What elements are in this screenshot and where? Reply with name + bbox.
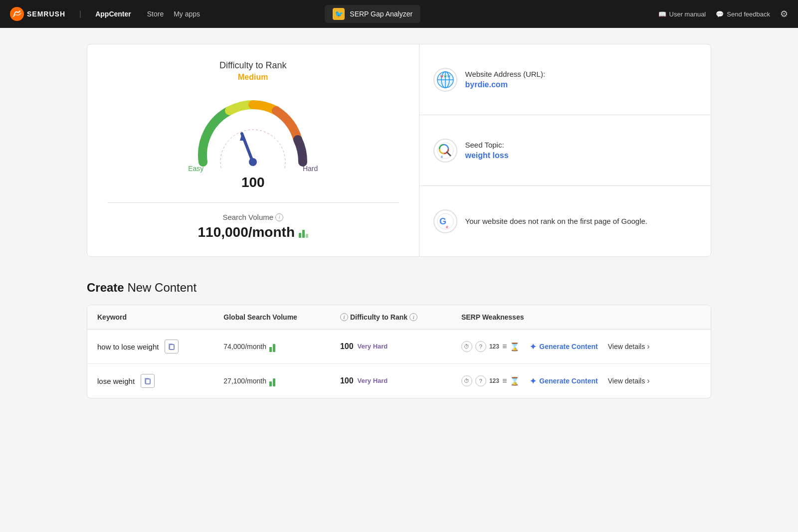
difficulty-cell-2: 100 Very Hard — [330, 364, 451, 398]
weakness-lines-2: ≡ — [502, 376, 507, 385]
svg-point-0 — [10, 7, 24, 21]
table-header: Keyword Global Search Volume i Difficult… — [87, 305, 711, 330]
volume-value-2: 27,100/month — [223, 377, 266, 385]
generate-content-btn-1[interactable]: ✦ Generate Content — [530, 342, 598, 352]
difficulty-info-icon[interactable]: i — [340, 313, 348, 321]
difficulty-score-1: 100 — [340, 342, 354, 351]
difficulty-label-2: Very Hard — [358, 377, 388, 385]
nav-links: Store My apps — [147, 10, 200, 18]
top-card-right: W W W Website Address (URL): byrdie.com — [419, 44, 711, 256]
keywords-table: Keyword Global Search Volume i Difficult… — [87, 305, 711, 398]
th-weaknesses: SERP Weaknesses — [451, 305, 711, 330]
website-url[interactable]: byrdie.com — [465, 80, 508, 89]
svg-text:#: # — [446, 225, 448, 229]
google-search-icon: # — [436, 141, 455, 160]
th-difficulty: i Difficulty to Rank i — [330, 305, 451, 330]
difficulty-label-1: Very Hard — [358, 343, 388, 351]
th-keyword: Keyword — [87, 305, 213, 330]
google-icon-circle: G # — [433, 209, 457, 233]
volume-value-1: 74,000/month — [223, 343, 266, 351]
svg-text:W: W — [440, 75, 443, 78]
nav-app-title: SERP Gap Analyzer — [350, 10, 412, 18]
table-body: how to lose weight 74,000/month — [87, 330, 711, 398]
google-note-row: G # Your website does not rank on the fi… — [419, 185, 711, 256]
weakness-hourglass-1: ⌛ — [510, 342, 520, 352]
top-card: Difficulty to Rank Medium — [87, 44, 711, 257]
semrush-brand-text: SEMRUSH — [27, 10, 65, 18]
svg-text:G: G — [439, 216, 446, 226]
weakness-hourglass-2: ⌛ — [510, 376, 520, 386]
send-feedback-label: Send feedback — [727, 10, 770, 18]
copy-icon-2 — [144, 377, 152, 385]
store-nav-link[interactable]: Store — [147, 10, 164, 18]
website-info-row: W W W Website Address (URL): byrdie.com — [419, 44, 711, 115]
difficulty-level: Medium — [107, 73, 399, 82]
seed-topic-text-block: Seed Topic: weight loss — [465, 141, 697, 160]
top-card-left: Difficulty to Rank Medium — [87, 44, 419, 256]
search-volume-section: Search Volume i 110,000/month — [107, 213, 399, 240]
copy-keyword-btn-2[interactable] — [141, 374, 155, 388]
google-note-text-block: Your website does not rank on the first … — [465, 216, 697, 226]
table-row: lose weight 27,100/month — [87, 364, 711, 398]
difficulty-score-2: 100 — [340, 376, 354, 385]
svg-text:W: W — [447, 75, 450, 78]
globe-icon-circle: W W W — [433, 68, 457, 92]
section-title: Create New Content — [87, 281, 711, 295]
user-manual-btn[interactable]: 📖 User manual — [658, 10, 706, 18]
weakness-123-2: 123 — [489, 377, 499, 384]
difficulty-info-icon2[interactable]: i — [409, 313, 417, 321]
myapps-nav-link[interactable]: My apps — [174, 10, 200, 18]
view-details-link-2[interactable]: View details › — [608, 376, 650, 385]
copy-keyword-btn-1[interactable] — [165, 340, 179, 354]
weakness-lines-1: ≡ — [502, 342, 507, 351]
volume-cell-1: 74,000/month — [213, 330, 330, 364]
comment-icon: 💬 — [716, 10, 724, 18]
seed-topic-info-row: # Seed Topic: weight loss — [419, 115, 711, 185]
google-q-icon-circle: # — [433, 139, 457, 163]
navbar: SEMRUSH | AppCenter Store My apps 🐦 SERP… — [0, 0, 798, 28]
settings-button[interactable]: ⚙ — [780, 8, 788, 19]
keyword-cell-2: lose weight — [87, 364, 213, 398]
generate-content-btn-2[interactable]: ✦ Generate Content — [530, 376, 598, 386]
search-volume-info-icon[interactable]: i — [275, 213, 283, 221]
send-feedback-btn[interactable]: 💬 Send feedback — [716, 10, 770, 18]
svg-line-2 — [242, 134, 253, 162]
view-details-link-1[interactable]: View details › — [608, 342, 650, 351]
sparkle-icon-1: ✦ — [530, 342, 536, 352]
sparkle-icon-2: ✦ — [530, 376, 536, 386]
google-icon: G # — [436, 212, 455, 231]
data-table-wrapper: Keyword Global Search Volume i Difficult… — [87, 305, 711, 398]
user-manual-label: User manual — [669, 10, 706, 18]
semrush-logo-icon — [10, 7, 24, 21]
gauge-svg — [188, 90, 318, 170]
svg-text:W: W — [444, 75, 447, 78]
website-text-block: Website Address (URL): byrdie.com — [465, 70, 697, 89]
volume-bar-2 — [269, 375, 275, 386]
chevron-right-icon-2: › — [647, 376, 649, 385]
volume-bar-chart-icon — [299, 227, 308, 238]
actions-cell-1: ⏱ ? 123 ≡ ⌛ ✦ Generate Content — [451, 330, 711, 364]
appcenter-text: AppCenter — [95, 10, 131, 18]
gauge-value: 100 — [241, 175, 265, 190]
keyword-text-1: how to lose weight — [97, 343, 159, 351]
th-volume: Global Search Volume — [213, 305, 330, 330]
google-note-text: Your website does not rank on the first … — [465, 216, 697, 226]
semrush-logo: SEMRUSH — [10, 7, 65, 21]
brand-divider: | — [79, 9, 81, 18]
volume-bar-1 — [269, 341, 275, 352]
nav-right: 📖 User manual 💬 Send feedback ⚙ — [658, 8, 788, 19]
weakness-123-1: 123 — [489, 343, 499, 350]
seed-topic-value[interactable]: weight loss — [465, 151, 509, 160]
main-content: Difficulty to Rank Medium — [75, 28, 723, 414]
difficulty-title: Difficulty to Rank — [107, 60, 399, 71]
weakness-clock-icon-2: ⏱ — [461, 375, 472, 386]
svg-text:#: # — [441, 155, 443, 159]
svg-point-3 — [249, 158, 257, 166]
chevron-right-icon-1: › — [647, 342, 649, 351]
seed-topic-label: Seed Topic: — [465, 141, 697, 149]
weakness-circle-icon-2: ? — [475, 375, 486, 386]
keyword-cell-1: how to lose weight — [87, 330, 213, 364]
nav-center-app: 🐦 SERP Gap Analyzer — [325, 5, 420, 23]
search-volume-label: Search Volume i — [107, 213, 399, 221]
copy-icon — [168, 343, 176, 351]
